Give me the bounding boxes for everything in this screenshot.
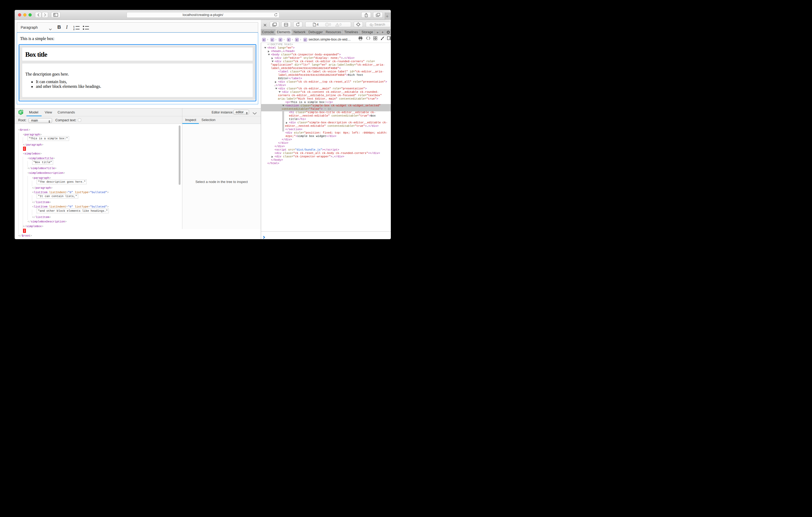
svg-text:2: 2 — [73, 28, 75, 30]
svg-text:1: 1 — [73, 25, 75, 28]
svg-text:5: 5 — [22, 110, 23, 112]
